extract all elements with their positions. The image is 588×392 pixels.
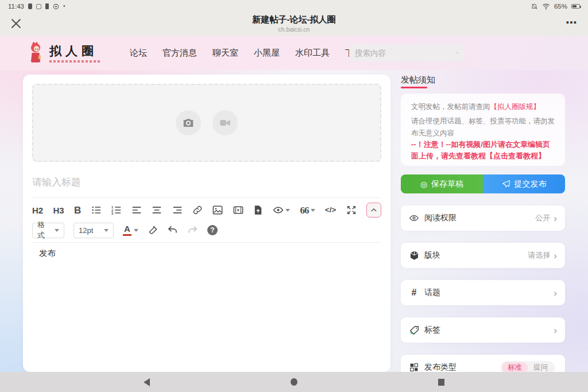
notice-title-underline xyxy=(401,87,427,88)
notice-line1: 文明发帖，发帖前请查阅 xyxy=(411,103,490,111)
browser-menu-icon[interactable]: ⋯ xyxy=(566,15,578,29)
numbered-list-button[interactable]: 123 xyxy=(111,205,122,215)
post-body-text[interactable]: 发布 xyxy=(39,248,56,259)
align-left-button[interactable] xyxy=(131,205,142,215)
panel-read-permission[interactable]: 阅读权限 公开 › xyxy=(401,205,565,231)
page-url: ch.baicsi.cn xyxy=(0,26,588,33)
redo-icon xyxy=(187,225,198,235)
blockquote-button[interactable]: 66 xyxy=(300,205,315,215)
chevron-right-icon: › xyxy=(554,325,557,335)
file-upload-icon xyxy=(253,205,263,215)
clear-format-button[interactable] xyxy=(148,225,158,235)
nav-item-chatroom[interactable]: 聊天室 xyxy=(212,48,238,59)
save-draft-button[interactable]: ◎保存草稿 xyxy=(401,174,483,193)
search-icon[interactable] xyxy=(457,48,458,57)
action-buttons: ◎保存草稿 提交发布 xyxy=(401,174,565,193)
fullscreen-icon xyxy=(346,205,357,215)
bullet-list-icon xyxy=(91,205,102,215)
caret-down-icon xyxy=(55,229,59,232)
redo-button[interactable] xyxy=(187,225,198,235)
editor-card: H2 H3 B 123 66 </> 格式 12pt xyxy=(23,75,390,372)
bold-button[interactable]: B xyxy=(74,205,81,215)
browser-title-block: 新建帖子-论坛-拟人圈 ch.baicsi.cn xyxy=(0,14,588,33)
upload-file-button[interactable] xyxy=(253,205,263,215)
editor-toolbar-row2: 格式 12pt A ? xyxy=(32,222,218,239)
panel-board[interactable]: 版块 请选择 › xyxy=(401,243,565,268)
align-center-icon xyxy=(152,205,162,215)
help-button[interactable]: ? xyxy=(207,225,218,235)
eraser-icon xyxy=(148,225,158,235)
site-header: 拟人圈 论坛 官方消息 聊天室 小黑屋 水印工具 下载APP ☾ 1 xyxy=(0,36,588,70)
insert-video-button[interactable] xyxy=(233,205,243,215)
mascot-icon xyxy=(26,41,45,64)
collapse-toolbar-button[interactable] xyxy=(366,203,381,218)
save-icon: ◎ xyxy=(420,180,427,188)
post-title-input[interactable] xyxy=(32,171,377,194)
fullscreen-button[interactable] xyxy=(346,205,357,215)
posting-notice-card: 文明发帖，发帖前请查阅【拟人圈版规】 请合理使用话题、标签、投票等功能，请勿发布… xyxy=(401,94,565,166)
notification-icon-1 xyxy=(28,3,32,9)
undo-button[interactable] xyxy=(167,225,178,235)
upload-video-button[interactable] xyxy=(212,110,238,135)
panel-topic[interactable]: # 话题 › xyxy=(401,280,565,305)
recents-button[interactable] xyxy=(430,372,452,392)
insert-image-button[interactable] xyxy=(212,205,223,215)
format-select[interactable]: 格式 xyxy=(32,223,64,238)
nav-item-watermark-tool[interactable]: 水印工具 xyxy=(295,48,330,59)
sidebar: 发帖须知 文明发帖，发帖前请查阅【拟人圈版规】 请合理使用话题、标签、投票等功能… xyxy=(401,70,565,372)
font-color-button[interactable]: A xyxy=(123,224,138,236)
video-clip-icon xyxy=(233,205,243,215)
grid-icon xyxy=(409,362,419,372)
caret-down-icon xyxy=(285,209,290,212)
clock: 11:43 xyxy=(8,3,24,10)
divider xyxy=(32,197,381,198)
panel-tags[interactable]: 标签 › xyxy=(401,317,565,343)
caret-down-icon xyxy=(134,229,138,232)
svg-text:3: 3 xyxy=(111,212,114,215)
chevron-right-icon: › xyxy=(554,288,557,298)
nav-item-official-news[interactable]: 官方消息 xyxy=(163,48,197,59)
heading3-button[interactable]: H3 xyxy=(53,206,64,215)
align-center-button[interactable] xyxy=(152,205,162,215)
forum-rules-link[interactable]: 【拟人圈版规】 xyxy=(490,103,541,111)
align-right-button[interactable] xyxy=(172,205,183,215)
record-icon xyxy=(53,3,59,10)
submit-publish-button[interactable]: 提交发布 xyxy=(483,174,565,193)
recents-icon xyxy=(438,379,444,386)
publish-type-standard[interactable]: 标准 xyxy=(502,362,528,372)
tag-icon xyxy=(409,325,419,335)
preview-button[interactable] xyxy=(273,205,290,215)
battery-icon xyxy=(571,4,580,9)
font-size-select[interactable]: 12pt xyxy=(74,223,114,238)
chevron-right-icon: › xyxy=(554,214,557,223)
back-button[interactable] xyxy=(135,372,158,392)
publish-type-question[interactable]: 提问 xyxy=(528,362,554,372)
image-icon xyxy=(212,205,223,215)
dot-icon: • xyxy=(63,3,65,9)
notice-warning[interactable]: --！注意！--如有视频/图片请在文章编辑页面上传，请先查看教程【点击查看教程】 xyxy=(411,139,556,162)
logo-text: 拟人圈 xyxy=(49,43,100,59)
back-icon xyxy=(144,378,150,386)
align-left-icon xyxy=(131,205,142,215)
cover-upload-zone[interactable] xyxy=(32,84,381,162)
search-input[interactable] xyxy=(355,49,457,57)
upload-photo-button[interactable] xyxy=(176,110,201,135)
search-box xyxy=(349,44,464,61)
camera-icon xyxy=(182,117,195,129)
bullet-list-button[interactable] xyxy=(91,205,102,215)
browser-chrome: 新建帖子-论坛-拟人圈 ch.baicsi.cn ⋯ xyxy=(0,13,588,36)
nav-item-blackhouse[interactable]: 小黑屋 xyxy=(254,48,280,59)
nav-item-forum[interactable]: 论坛 xyxy=(130,48,147,59)
site-logo[interactable]: 拟人圈 xyxy=(26,41,100,64)
home-button[interactable] xyxy=(283,372,305,392)
page-content: H2 H3 B 123 66 </> 格式 12pt xyxy=(0,70,588,372)
insert-link-button[interactable] xyxy=(192,205,203,215)
screen: 11:43 • 65% 新建帖子-论坛-拟人圈 ch.baicsi.cn ⋯ xyxy=(0,0,588,392)
status-bar: 11:43 • 65% xyxy=(0,0,588,13)
panel-publish-type[interactable]: 发布类型 标准 提问 xyxy=(401,355,565,372)
code-button[interactable]: </> xyxy=(325,206,336,214)
heading2-button[interactable]: H2 xyxy=(32,206,43,215)
close-icon[interactable] xyxy=(9,17,23,31)
editor-toolbar-row1: H2 H3 B 123 66 </> xyxy=(32,201,381,219)
undo-icon xyxy=(167,225,178,235)
